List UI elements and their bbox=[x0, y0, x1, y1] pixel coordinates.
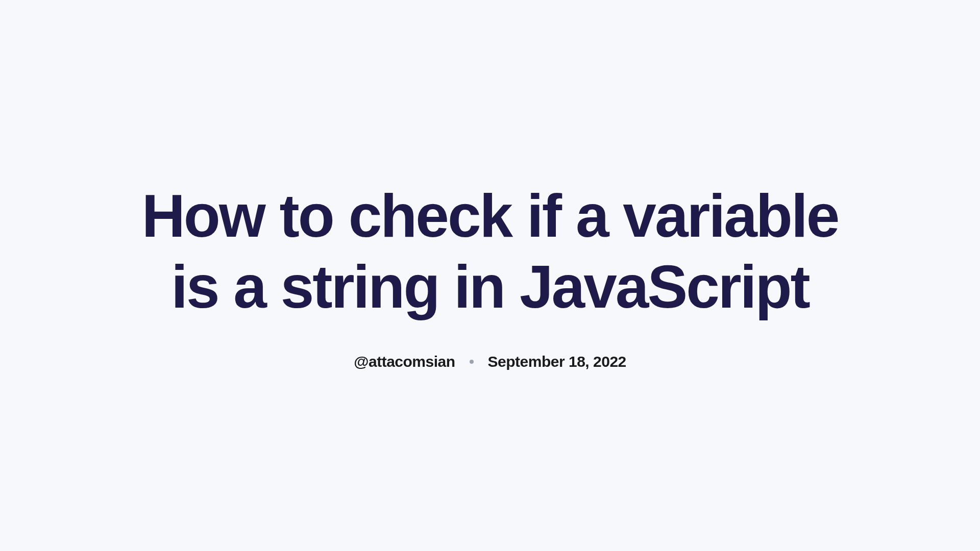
separator-dot bbox=[470, 360, 474, 364]
article-header: How to check if a variable is a string i… bbox=[133, 181, 847, 370]
article-title: How to check if a variable is a string i… bbox=[133, 181, 847, 322]
author-handle[interactable]: @attacomsian bbox=[354, 353, 455, 370]
publish-date: September 18, 2022 bbox=[488, 353, 626, 370]
article-meta: @attacomsian September 18, 2022 bbox=[354, 353, 626, 370]
